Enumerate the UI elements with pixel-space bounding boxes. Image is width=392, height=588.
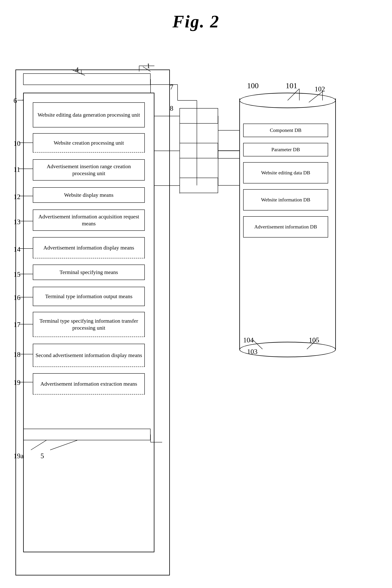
label-104: 104: [243, 336, 254, 344]
db-box-1: Component DB: [243, 124, 328, 137]
top-bar: [23, 73, 150, 85]
db-box-5: Advertisement information DB: [243, 216, 328, 238]
label-17: 17: [14, 321, 20, 329]
net-box-1: [180, 108, 218, 124]
vline-101: [299, 89, 300, 100]
arrow-18: [19, 354, 33, 354]
net-box-2: [180, 143, 218, 158]
vline-net: [180, 116, 180, 194]
component-box-10: Second advertisement information display…: [33, 344, 145, 367]
label-6: 6: [14, 97, 17, 105]
label-100: 100: [247, 81, 259, 90]
arrow-12: [19, 196, 33, 196]
arrow-1: [139, 66, 154, 66]
label-8: 8: [170, 104, 173, 112]
arrow-6-h: [17, 100, 23, 100]
component-box-11: Advertisement information extraction mea…: [33, 373, 145, 394]
hline-2: [154, 151, 180, 151]
db-box-2: Parameter DB: [243, 143, 328, 156]
component-box-9: Terminal type specifying information tra…: [33, 312, 145, 337]
hline-3: [154, 185, 180, 186]
label-14: 14: [14, 245, 20, 253]
hline-1: [154, 116, 180, 116]
label-10: 10: [14, 139, 20, 148]
arrow-16: [19, 297, 33, 297]
label-11: 11: [14, 166, 20, 174]
component-box-4: Website display means: [33, 187, 145, 203]
component-box-3: Advertisement insertion range creation p…: [33, 159, 145, 181]
component-box-5: Advertisement information acquisition re…: [33, 210, 145, 231]
arrow-14: [19, 248, 33, 249]
label-7: 7: [170, 83, 173, 91]
component-box-8: Terminal type information output means: [33, 287, 145, 306]
label-5: 5: [40, 452, 44, 460]
label-12: 12: [14, 193, 20, 201]
component-box-1: Website editing data generation processi…: [33, 102, 145, 128]
arrow-19: [19, 382, 33, 382]
page-title: Fig. 2: [0, 12, 392, 32]
arrow-4-v: [81, 70, 82, 74]
db-box-3: Website editing data DB: [243, 162, 328, 183]
arrow-1-v: [139, 66, 139, 72]
label-102: 102: [314, 85, 325, 93]
arrow-13: [19, 221, 33, 221]
component-box-6: Advertisement information display means: [33, 237, 145, 258]
arrow-4: [66, 70, 81, 70]
db-box-4: Website information DB: [243, 189, 328, 211]
vline-102: [322, 91, 323, 100]
component-box-2: Website creation processing unit: [33, 133, 145, 153]
arrow-15: [19, 274, 33, 274]
net-box-3: [180, 178, 218, 193]
label-19: 19: [14, 378, 20, 387]
cylinder-top: [239, 93, 336, 108]
label-19a: 19a: [14, 452, 24, 460]
component-box-7: Terminal specifying means: [33, 265, 145, 280]
label-15: 15: [14, 270, 20, 278]
label-18: 18: [14, 350, 20, 359]
arrow-10: [19, 143, 33, 143]
arrow-11: [19, 169, 33, 169]
label-16: 16: [14, 294, 20, 302]
diagram: Website editing data generation processi…: [12, 50, 390, 571]
arrow-17: [19, 324, 33, 324]
label-103: 103: [247, 348, 258, 356]
label-13: 13: [14, 218, 20, 226]
label-105: 105: [309, 336, 319, 344]
bottom-bar: [23, 429, 150, 440]
label-101: 101: [286, 81, 297, 90]
